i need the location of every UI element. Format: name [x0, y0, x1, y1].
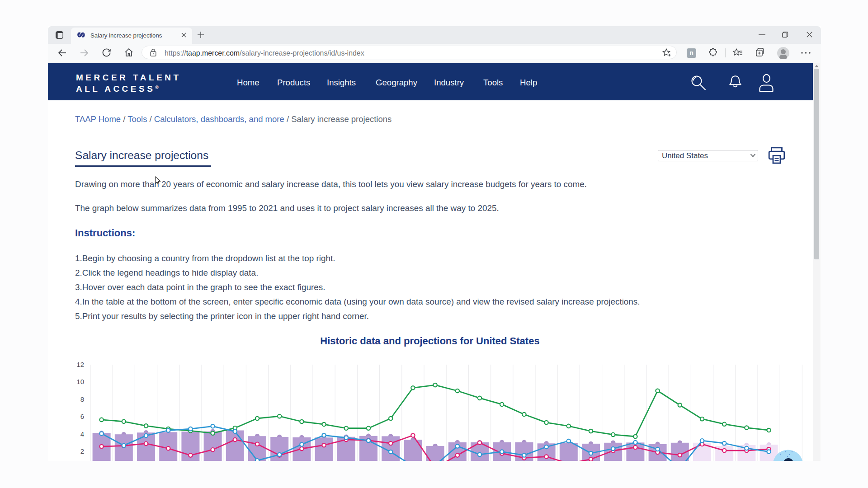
- svg-text:6: 6: [80, 413, 84, 420]
- svg-text:10: 10: [76, 378, 84, 385]
- svg-text:2: 2: [80, 447, 84, 455]
- svg-text:12: 12: [76, 361, 84, 368]
- svg-text:8: 8: [80, 395, 84, 403]
- svg-text:4: 4: [80, 430, 84, 438]
